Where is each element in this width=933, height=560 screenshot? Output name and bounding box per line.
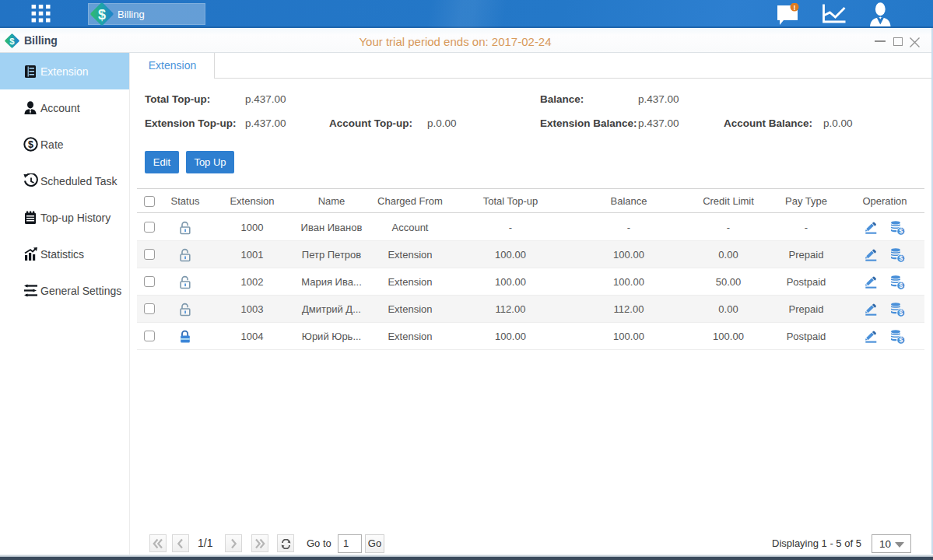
svg-text:!: !	[794, 4, 796, 12]
svg-text:$: $	[899, 282, 903, 289]
svg-text:$: $	[899, 309, 903, 317]
svg-text:$: $	[28, 139, 33, 150]
svg-text:$: $	[899, 227, 903, 235]
svg-text:$: $	[899, 336, 903, 344]
svg-text:$: $	[899, 254, 903, 262]
svg-text:$: $	[98, 7, 106, 23]
